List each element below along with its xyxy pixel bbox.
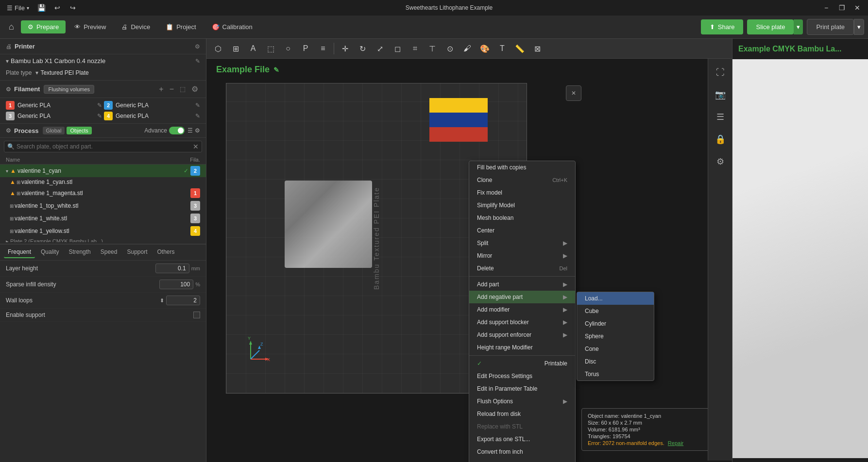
restore-button[interactable]: ❐: [835, 3, 849, 13]
calibration-tab[interactable]: 🎯 Calibration: [205, 20, 259, 33]
tab-quality[interactable]: Quality: [37, 247, 63, 258]
close-button[interactable]: ✕: [851, 3, 864, 13]
fit-icon[interactable]: ⊠: [529, 41, 545, 56]
ctx-add-support-enforcer[interactable]: Add support enforcer▶: [469, 329, 575, 341]
list-item[interactable]: ⊞ valentine 1_top_white.stl 3: [0, 199, 206, 212]
zoom-fit-button[interactable]: ⛶: [711, 63, 730, 82]
ctx-add-modifier[interactable]: Add modifier▶: [469, 303, 575, 316]
text-icon[interactable]: T: [494, 41, 510, 56]
printer-settings-icon[interactable]: ⚙: [195, 43, 200, 50]
sub-item-cylinder[interactable]: Cylinder: [577, 317, 654, 330]
ctx-add-support-blocker[interactable]: Add support blocker▶: [469, 316, 575, 329]
sub-item-cone[interactable]: Cone: [577, 343, 654, 355]
scale-icon[interactable]: ⤢: [372, 41, 388, 56]
advance-toggle[interactable]: [169, 127, 185, 134]
filament-edit-3[interactable]: ✎: [97, 113, 102, 119]
process-list-icon[interactable]: ☰: [187, 127, 193, 134]
search-input[interactable]: [17, 143, 193, 150]
print-button[interactable]: Print plate: [807, 19, 854, 35]
color-icon[interactable]: 🎨: [477, 41, 493, 56]
rotate-icon[interactable]: ↻: [355, 41, 370, 56]
process-grid-icon[interactable]: ⚙: [195, 127, 200, 134]
ctx-flush-options[interactable]: Flush Options▶: [469, 395, 575, 408]
wall-loops-stepper[interactable]: ⬍: [160, 297, 164, 304]
add-filament-button[interactable]: +: [157, 83, 165, 95]
ctx-reload-disk[interactable]: Reload from disk: [469, 408, 575, 420]
flag-object[interactable]: [429, 98, 488, 142]
layers-button[interactable]: ☰: [711, 107, 730, 127]
ctx-clone[interactable]: CloneCtrl+K: [469, 174, 575, 186]
filament-edit-1[interactable]: ✎: [97, 102, 102, 109]
home-button[interactable]: ⌂: [4, 19, 19, 35]
redo-button[interactable]: ↪: [67, 2, 79, 14]
perspective-icon[interactable]: ⬡: [210, 41, 226, 56]
label-icon[interactable]: P: [298, 41, 313, 56]
search-clear-button[interactable]: ✕: [193, 143, 199, 150]
ctx-printable[interactable]: ✓ Printable: [469, 357, 575, 370]
auto-icon[interactable]: A: [245, 41, 261, 56]
support-icon[interactable]: ⊤: [425, 41, 440, 56]
filament-gear-button[interactable]: ⚙: [189, 83, 200, 95]
filament-edit-2[interactable]: ✎: [195, 102, 200, 109]
seam-icon[interactable]: ⊙: [442, 41, 458, 56]
printer-edit-icon[interactable]: ✎: [195, 58, 200, 65]
share-button[interactable]: ⬆ Share: [701, 19, 744, 34]
flatten-icon[interactable]: ⌗: [407, 41, 423, 56]
camera-button[interactable]: 📷: [711, 85, 730, 104]
process-tag-objects[interactable]: Objects: [67, 127, 91, 134]
ctx-height-range[interactable]: Height range Modifier: [469, 341, 575, 354]
sub-item-load[interactable]: Load...: [577, 292, 654, 305]
tab-strength[interactable]: Strength: [65, 247, 94, 258]
project-tab[interactable]: 📋 Project: [159, 20, 203, 33]
ctx-mesh-boolean[interactable]: Mesh boolean: [469, 212, 575, 224]
remove-filament-button[interactable]: −: [168, 83, 176, 95]
tab-support[interactable]: Support: [123, 247, 151, 258]
paint-icon[interactable]: 🖌: [460, 41, 475, 56]
plate-type-value[interactable]: ▾ Textured PEI Plate: [35, 69, 88, 76]
ctx-edit-param-table[interactable]: Edit in Parameter Table: [469, 382, 575, 395]
ctx-fix-model[interactable]: Fix model: [469, 186, 575, 199]
tab-frequent[interactable]: Frequent: [4, 247, 35, 258]
list-item[interactable]: ▲ ⊞ valentine 1_magenta.stl 1: [0, 187, 206, 199]
ctx-delete[interactable]: DeleteDel: [469, 262, 575, 275]
lithophane-object[interactable]: [285, 181, 372, 268]
minimize-button[interactable]: −: [819, 3, 833, 13]
slice-arrow-button[interactable]: ▾: [794, 19, 803, 34]
file-menu[interactable]: ☰ File ▾: [4, 3, 32, 13]
filament-edit-4[interactable]: ✎: [195, 113, 200, 119]
ctx-split[interactable]: Split▶: [469, 237, 575, 249]
ctx-edit-process[interactable]: Edit Process Settings: [469, 370, 575, 382]
list-item[interactable]: ▲ ⊞ valentine 1_cyan.stl: [0, 177, 206, 187]
sub-item-sphere[interactable]: Sphere: [577, 330, 654, 343]
settings-circle-button[interactable]: ⚙: [711, 152, 730, 171]
lock-button[interactable]: 🔒: [711, 130, 730, 149]
enable-support-checkbox[interactable]: [193, 312, 200, 318]
flushing-volumes-button[interactable]: Flushing volumes: [44, 85, 94, 94]
list-item[interactable]: ⊞ valentine 1_yellow.stl 4: [0, 225, 206, 237]
edit-title-icon[interactable]: ✎: [273, 66, 279, 74]
viewport-3d[interactable]: Example File ✎ Bambu Textured PEI Plate: [206, 59, 732, 461]
ctx-convert-inch[interactable]: Convert from inch: [469, 446, 575, 458]
list-item[interactable]: ▸ Plate 2 (Example CMYK Bambu Lab...): [0, 237, 206, 242]
tab-speed[interactable]: Speed: [97, 247, 121, 258]
slice-icon[interactable]: ○: [280, 41, 296, 56]
list-item[interactable]: ▾ ▲ valentine 1_cyan ✓ 2: [0, 165, 206, 177]
move-icon[interactable]: ✛: [337, 41, 353, 56]
ctx-add-part[interactable]: Add part▶: [469, 278, 575, 291]
process-tag-global[interactable]: Global: [43, 127, 65, 134]
layer-icon[interactable]: ≡: [315, 41, 331, 56]
filament-settings-button[interactable]: ⬚: [178, 83, 187, 95]
print-arrow-button[interactable]: ▾: [854, 19, 864, 35]
tab-others[interactable]: Others: [153, 247, 179, 258]
viewport-close-button[interactable]: ✕: [566, 85, 581, 101]
prepare-tab[interactable]: ⚙ Prepare: [21, 20, 66, 33]
info-repair-link[interactable]: Repair: [668, 440, 683, 446]
grid-icon[interactable]: ⊞: [228, 41, 243, 56]
undo-button[interactable]: ↩: [51, 2, 63, 14]
preview-tab[interactable]: 👁 Preview: [68, 20, 113, 33]
ctx-center[interactable]: Center: [469, 224, 575, 237]
cut-icon[interactable]: ◻: [390, 41, 405, 56]
ctx-convert-meter[interactable]: Convert from meter: [469, 458, 575, 462]
ortho-icon[interactable]: ⬚: [263, 41, 278, 56]
ctx-simplify[interactable]: Simplify Model: [469, 199, 575, 212]
